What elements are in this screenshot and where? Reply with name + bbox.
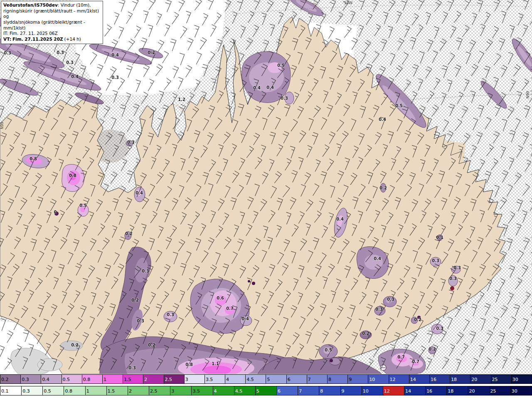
precip-value-label: 0.2 xyxy=(71,343,79,347)
iceland-weather-map: 0.30.30.40.20.30.40.30.50.40.40.31.20.50… xyxy=(0,0,532,374)
legend-tick-value: 30 xyxy=(512,376,518,382)
precip-value-label: 0.2 xyxy=(414,317,421,322)
legend-segment: 30 xyxy=(511,386,532,395)
valid-time-line: VT:Fim. 27.11.2025 20Z(+14 h) xyxy=(3,37,101,42)
legend-tick-value: 5 xyxy=(267,376,270,382)
legend-segment: 14 xyxy=(404,386,426,395)
precip-value-label: 0.2 xyxy=(148,343,155,347)
legend-segment: 0.4 xyxy=(41,375,62,383)
legend-segment: 4.5 xyxy=(234,386,256,395)
rain-colorbar: 0.10.30.50.811.522.533.544.5567891012141… xyxy=(0,386,532,396)
legend-segment: 7 xyxy=(298,386,319,395)
precip-value-label: 0.3 xyxy=(111,75,119,80)
legend-tick-value: 2.5 xyxy=(165,376,172,382)
legend-segment: 9 xyxy=(348,375,368,383)
legend-tick-value: 5 xyxy=(256,388,259,393)
legend-tick-value: 25 xyxy=(490,388,496,393)
legend-segment: 0.2 xyxy=(0,375,21,383)
legend-tick-value: 12 xyxy=(384,388,390,393)
legend-tick-value: 4 xyxy=(226,376,229,382)
precip-value-label: 0.5 xyxy=(79,203,87,208)
legend-tick-value: 6 xyxy=(278,388,281,393)
legend-segment: 0.5 xyxy=(43,386,64,395)
legend-tick-value: 6 xyxy=(288,376,291,382)
legend-segment: 16 xyxy=(430,375,450,383)
precip-value-label: 0.5 xyxy=(395,103,403,108)
legend-segment: 2 xyxy=(143,375,164,383)
legend-tick-value: 0.3 xyxy=(22,388,30,393)
legend-tick-value: 16 xyxy=(426,388,432,393)
legend-tick-value: 4.5 xyxy=(246,376,254,382)
legend-segment: 20 xyxy=(468,386,489,395)
precip-value-label: 0.3 xyxy=(57,50,64,55)
precip-value-label: 0.4 xyxy=(71,74,79,79)
legend-tick-value: 3 xyxy=(185,376,188,382)
product-name: Veðurstofan/IS750dev xyxy=(3,2,58,7)
precip-value-label: 0.7 xyxy=(226,306,234,311)
sleet-snow-colorbar: 0.20.30.40.50.811.522.533.544.5567891012… xyxy=(0,374,532,384)
precip-value-label: 0.8 xyxy=(185,362,193,367)
legend-segment: 25 xyxy=(490,386,511,395)
legend-segment: 18 xyxy=(447,386,468,395)
legend-segment: 4 xyxy=(225,375,246,383)
legend-segment: 16 xyxy=(426,386,447,395)
legend-segment: 0.3 xyxy=(22,386,43,395)
legend-segment: 7 xyxy=(307,375,328,383)
precip-value-label: 0.5 xyxy=(325,348,332,352)
legend-tick-value: 0.8 xyxy=(65,388,72,393)
legend-segment: 0.3 xyxy=(21,375,41,383)
legend-segment: 5 xyxy=(266,375,286,383)
precip-value-label: 0.8 xyxy=(69,173,76,178)
legend-tick-value: 7 xyxy=(308,376,311,382)
legend-tick-value: 2 xyxy=(129,388,132,393)
legend-segment: 2.5 xyxy=(149,386,170,395)
precip-value-label: 0 xyxy=(54,210,57,214)
precip-value-label: 0.4 xyxy=(266,85,274,90)
legend-tick-value: 20 xyxy=(471,376,477,382)
precip-value-label: 0.3 xyxy=(387,297,394,302)
legend-tick-value: 0.5 xyxy=(63,376,70,382)
legend-tick-value: 20 xyxy=(469,388,475,393)
precip-value-label: 0.3 xyxy=(66,60,74,65)
legend-line-rain: rigning/skúrir (grænt/blátt/rautt - mm/1… xyxy=(3,8,101,20)
legend-segment: 3.5 xyxy=(205,375,225,383)
legend-segment: 1 xyxy=(103,375,123,383)
precip-value-label: 0.4 xyxy=(379,117,386,122)
legend-segment: 1 xyxy=(86,386,107,395)
precip-value-label: 0.3 xyxy=(432,258,439,263)
legend-segment: 1.5 xyxy=(123,375,143,383)
legend-colorbars: 0.20.30.40.50.811.522.533.544.5567891012… xyxy=(0,374,532,398)
legend-segment: 25 xyxy=(491,375,512,383)
forecast-info-box: Veðurstofan/IS750dev: Vindur (10m), rign… xyxy=(1,1,103,44)
legend-tick-value: 8 xyxy=(328,376,331,382)
legend-tick-value: 0.5 xyxy=(44,388,51,393)
legend-tick-value: 30 xyxy=(512,388,517,393)
legend-line-snow: slydda/snjókoma (grátt/bleikt/grænt - mm… xyxy=(3,20,101,31)
legend-tick-value: 2.5 xyxy=(150,388,158,393)
precip-value-label: 1.1 xyxy=(212,361,219,366)
precip-value-label: 1.2 xyxy=(178,97,185,102)
legend-segment: 4 xyxy=(213,386,234,395)
legend-segment: 20 xyxy=(470,375,491,383)
precip-value-label: 0.3 xyxy=(167,312,174,317)
legend-segment: 30 xyxy=(512,375,532,383)
legend-tick-value: 14 xyxy=(405,388,411,393)
precip-value-label: 0.2 xyxy=(362,331,369,336)
precip-value-label: 0.5 xyxy=(277,63,285,68)
legend-tick-value: 18 xyxy=(451,376,457,382)
legend-segment: 0.1 xyxy=(0,386,22,395)
legend-tick-value: 1.5 xyxy=(108,388,115,393)
legend-segment: 10 xyxy=(368,375,389,383)
precip-value-label: 0.2 xyxy=(379,186,387,190)
precip-value-label: 0.2 xyxy=(125,231,133,236)
legend-tick-value: 0.3 xyxy=(22,376,29,382)
legend-tick-value: 1 xyxy=(103,376,106,382)
legend-tick-value: 16 xyxy=(431,376,436,382)
legend-segment: 6 xyxy=(277,386,298,395)
init-time-value: Fim. 27. 11. 2025 06Z xyxy=(10,31,58,36)
legend-tick-value: 10 xyxy=(369,376,375,382)
legend-segment: 10 xyxy=(362,386,383,395)
legend-segment: 0.8 xyxy=(64,386,85,395)
legend-segment: 3.5 xyxy=(192,386,213,395)
legend-segment: 0.5 xyxy=(62,375,82,383)
